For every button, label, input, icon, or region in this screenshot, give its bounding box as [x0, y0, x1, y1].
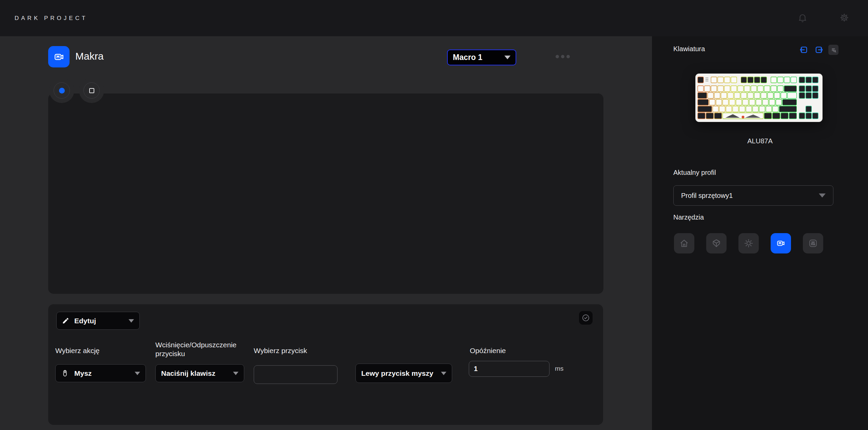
macro-icon	[776, 238, 786, 248]
tool-macros[interactable]	[771, 233, 791, 253]
macro-select[interactable]: Macro 1	[447, 49, 516, 65]
record-icon	[59, 88, 65, 94]
action-label: Wybierz akcję	[55, 346, 100, 355]
macro-editor-panel: Edytuj Wybierz akcję Wciśnięcie/Odpuszcz…	[48, 304, 603, 425]
mouse-button-value: Lewy przycisk myszy	[361, 369, 433, 377]
chevron-down-icon	[819, 193, 826, 198]
brand-logo: DARK PROJECT	[15, 0, 88, 36]
delay-input[interactable]	[469, 361, 549, 377]
device-name: ALU87A	[652, 137, 868, 145]
tool-lighting[interactable]	[738, 233, 759, 253]
bell-icon[interactable]	[797, 13, 808, 23]
page-title: Makra	[75, 50, 103, 62]
action-select[interactable]: Mysz	[55, 364, 146, 382]
press-release-value: Naciśnij klawisz	[161, 369, 215, 377]
delay-label: Opóźnienie	[470, 346, 506, 355]
chevron-down-icon	[233, 372, 238, 375]
chevron-down-icon	[504, 56, 510, 59]
keycap-icon	[711, 238, 721, 248]
more-options-button[interactable]	[556, 55, 570, 58]
export-icon[interactable]	[814, 45, 824, 55]
profile-select[interactable]: Profil sprzętowy1	[673, 185, 833, 206]
mouse-button-select[interactable]: Lewy przycisk myszy	[355, 364, 452, 383]
import-icon[interactable]	[799, 45, 809, 55]
mouse-icon	[61, 369, 69, 377]
home-icon	[679, 238, 689, 248]
edit-mode-select[interactable]: Edytuj	[56, 312, 140, 330]
macro-select-value: Macro 1	[453, 53, 482, 62]
report-search-icon[interactable]	[828, 45, 838, 55]
tool-performance[interactable]	[803, 233, 823, 253]
button-label: Wybierz przycisk	[254, 346, 307, 355]
edit-mode-value: Edytuj	[74, 317, 96, 325]
topbar: DARK PROJECT	[0, 0, 868, 36]
gear-icon[interactable]	[839, 13, 849, 23]
keyboard-image	[695, 74, 823, 122]
action-select-value: Mysz	[74, 369, 92, 377]
apply-button[interactable]	[579, 311, 593, 325]
tool-keycaps[interactable]	[706, 233, 727, 253]
sidebar-section-title: Klawiatura	[673, 45, 705, 53]
tools-row	[674, 233, 823, 253]
main-area: Makra Macro 1 Edytuj Wybierz akcję Wciśn…	[0, 36, 652, 430]
device-sidebar: Klawiatura ALU87A Aktualny profil Profil…	[652, 36, 868, 430]
stop-button[interactable]	[83, 82, 100, 99]
check-circle-icon	[581, 313, 590, 322]
macro-steps-canvas	[48, 93, 603, 294]
pencil-icon	[62, 317, 69, 324]
profile-label: Aktualny profil	[673, 169, 716, 177]
chevron-down-icon	[441, 372, 446, 375]
profile-select-value: Profil sprzętowy1	[681, 192, 733, 200]
tools-label: Narzędzia	[673, 213, 704, 221]
press-release-select[interactable]: Naciśnij klawisz	[155, 364, 244, 382]
lighting-icon	[744, 238, 754, 248]
chevron-down-icon	[129, 319, 134, 323]
button-input[interactable]	[254, 365, 337, 384]
chevron-down-icon	[135, 372, 140, 375]
tool-home[interactable]	[674, 233, 694, 253]
performance-icon	[808, 238, 818, 248]
press-release-label: Wciśnięcie/Odpuszczenie przycisku	[155, 341, 255, 358]
macro-page-icon	[48, 46, 70, 67]
record-button[interactable]	[54, 82, 70, 99]
stop-icon	[89, 88, 94, 93]
delay-unit: ms	[555, 365, 563, 372]
